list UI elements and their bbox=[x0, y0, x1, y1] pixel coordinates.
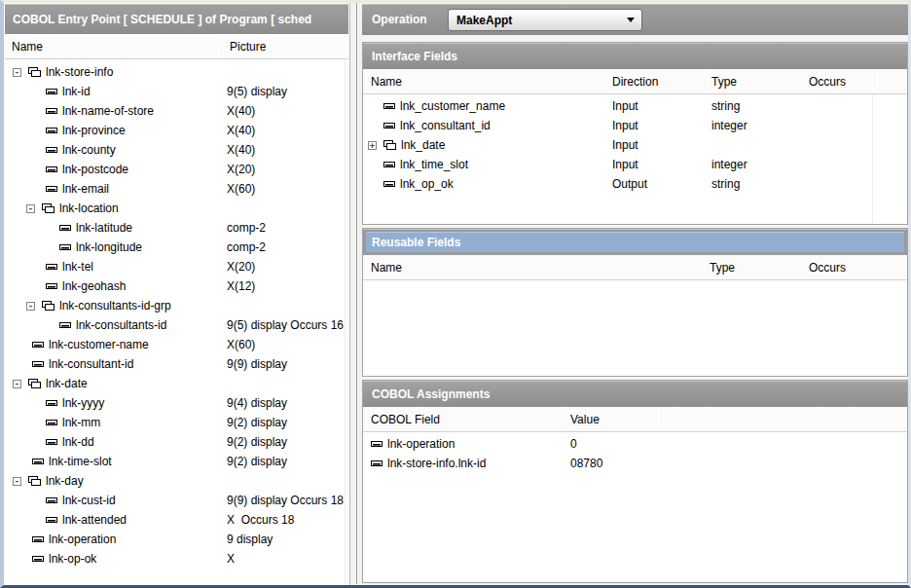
expander-spacer bbox=[26, 189, 46, 190]
cobol-assignment-row[interactable]: lnk-operation0 bbox=[363, 434, 907, 454]
field-icon bbox=[32, 535, 45, 543]
column-header-name[interactable]: Name bbox=[371, 261, 402, 275]
tree-row[interactable]: lnk-countyX(40) bbox=[5, 140, 348, 160]
interface-fields-section: Interface Fields Name Direction Type Occ… bbox=[362, 42, 908, 225]
tree-row[interactable]: lnk-longitudecomp-2 bbox=[5, 238, 348, 257]
field-name: lnk-location bbox=[59, 202, 119, 215]
interface-field-row[interactable]: lnk_op_okOutputstring bbox=[363, 174, 907, 194]
column-header-cobol-field[interactable]: COBOL Field bbox=[371, 413, 440, 426]
expand-collapse-icon[interactable]: - bbox=[13, 68, 21, 77]
expander-spacer bbox=[26, 286, 46, 287]
cobol-field-name: lnk-operation bbox=[387, 437, 455, 451]
field-icon bbox=[383, 102, 396, 110]
tree-row[interactable]: lnk-consultants-id9(5) display Occurs 16 bbox=[5, 315, 348, 335]
column-header-type[interactable]: Type bbox=[710, 261, 735, 275]
tree-row[interactable]: lnk-latitudecomp-2 bbox=[5, 218, 348, 238]
tree-row[interactable]: lnk-time-slot9(2) display bbox=[5, 452, 348, 471]
operation-selected-value: MakeAppt bbox=[456, 14, 512, 27]
operation-bar: Operation MakeAppt bbox=[362, 4, 908, 35]
tree-row[interactable]: lnk-mm9(2) display bbox=[5, 413, 348, 432]
column-header-value[interactable]: Value bbox=[570, 413, 600, 426]
column-header-name[interactable]: Name bbox=[12, 40, 43, 54]
column-divider[interactable] bbox=[804, 257, 805, 277]
tree-row[interactable]: lnk-name-of-storeX(40) bbox=[5, 101, 348, 121]
column-divider[interactable] bbox=[565, 409, 566, 429]
field-icon bbox=[46, 185, 58, 193]
tree-row[interactable]: -lnk-consultants-id-grp bbox=[5, 296, 348, 315]
cobol-assignment-row[interactable]: lnk-store-info.lnk-id08780 bbox=[363, 454, 907, 473]
operation-dropdown[interactable]: MakeAppt bbox=[448, 9, 642, 31]
cobol-assignments-section: COBOL Assignments COBOL Field Value lnk-… bbox=[362, 380, 908, 583]
field-direction: Input bbox=[612, 119, 638, 132]
column-divider[interactable] bbox=[872, 71, 873, 92]
column-divider[interactable] bbox=[708, 71, 709, 92]
column-header-name[interactable]: Name bbox=[371, 75, 402, 89]
tree-row[interactable]: lnk-operation9 display bbox=[5, 530, 348, 549]
tree-row[interactable]: lnk-provinceX(40) bbox=[5, 121, 348, 140]
tree-row[interactable]: -lnk-location bbox=[5, 199, 348, 218]
field-name: lnk_customer_name bbox=[400, 99, 505, 113]
tree-row[interactable]: lnk-geohashX(12) bbox=[5, 276, 348, 296]
expand-collapse-icon[interactable]: - bbox=[13, 477, 21, 486]
field-name: lnk-county bbox=[62, 143, 116, 157]
expand-collapse-icon[interactable]: + bbox=[368, 141, 377, 150]
field-name: lnk-tel bbox=[62, 260, 93, 274]
field-name: lnk-geohash bbox=[62, 279, 126, 293]
tree-row[interactable]: lnk-emailX(60) bbox=[5, 179, 348, 199]
expand-collapse-icon[interactable]: - bbox=[26, 204, 35, 213]
column-divider[interactable] bbox=[805, 71, 806, 92]
interface-field-row[interactable]: lnk_consultant_idInputinteger bbox=[363, 116, 907, 135]
column-divider[interactable] bbox=[704, 257, 705, 277]
expander-spacer bbox=[26, 267, 46, 268]
field-picture: 9(2) display bbox=[227, 416, 287, 429]
column-divider[interactable] bbox=[606, 71, 607, 92]
tree-row[interactable]: lnk-customer-nameX(60) bbox=[5, 335, 348, 354]
field-picture: X bbox=[227, 552, 235, 566]
tree-row[interactable]: lnk-dd9(2) display bbox=[5, 432, 348, 452]
field-picture: X(60) bbox=[227, 338, 255, 351]
tree-row[interactable]: lnk-telX(20) bbox=[5, 257, 348, 276]
reusable-fields-title: Reusable Fields bbox=[372, 236, 460, 249]
expander-spacer bbox=[376, 165, 383, 165]
group-field-icon bbox=[41, 300, 55, 312]
interface-field-row[interactable]: lnk_time_slotInputinteger bbox=[363, 155, 907, 174]
expander-spacer bbox=[26, 403, 46, 404]
column-header-picture[interactable]: Picture bbox=[230, 40, 266, 54]
tree-row[interactable]: -lnk-day bbox=[5, 471, 348, 491]
field-icon bbox=[371, 440, 383, 448]
expander-spacer bbox=[40, 247, 59, 248]
tree-row[interactable]: lnk-postcodeX(20) bbox=[5, 160, 348, 179]
interface-field-row[interactable]: lnk_customer_nameInputstring bbox=[363, 96, 907, 116]
reusable-fields-list bbox=[363, 280, 907, 370]
cobol-assignments-column-header: COBOL Field Value bbox=[363, 407, 907, 432]
tree-row[interactable]: lnk-attendedX Occurs 18 bbox=[5, 510, 348, 530]
expander-spacer bbox=[376, 184, 383, 185]
tree-row[interactable]: -lnk-store-info bbox=[5, 62, 348, 82]
column-divider[interactable] bbox=[223, 37, 224, 56]
tree-row[interactable]: lnk-id9(5) display bbox=[5, 82, 348, 101]
tree-row[interactable]: lnk-op-okX bbox=[5, 549, 348, 569]
field-name: lnk-id bbox=[62, 85, 91, 98]
column-header-direction[interactable]: Direction bbox=[612, 75, 658, 89]
expand-collapse-icon[interactable]: - bbox=[13, 380, 21, 388]
field-icon bbox=[46, 438, 58, 446]
expand-collapse-icon[interactable]: - bbox=[26, 302, 35, 311]
column-divider[interactable] bbox=[663, 409, 664, 429]
interface-field-row[interactable]: +lnk_dateInput bbox=[363, 135, 907, 155]
dropdown-arrow-icon[interactable] bbox=[627, 18, 635, 22]
tree-row[interactable]: lnk-cust-id9(9) display Occurs 18 bbox=[5, 491, 348, 510]
tree-row[interactable]: lnk-yyyy9(4) display bbox=[5, 393, 348, 413]
field-icon bbox=[32, 341, 45, 349]
field-icon bbox=[32, 458, 45, 465]
field-picture: comp-2 bbox=[227, 221, 266, 235]
column-divider[interactable] bbox=[882, 257, 883, 277]
tree-row[interactable]: -lnk-date bbox=[5, 374, 348, 393]
field-picture: X(40) bbox=[227, 124, 255, 137]
column-divider[interactable] bbox=[345, 37, 346, 56]
panel-splitter[interactable] bbox=[350, 3, 362, 585]
cobol-assignments-title: COBOL Assignments bbox=[372, 387, 490, 401]
column-header-type[interactable]: Type bbox=[711, 75, 737, 89]
tree-row[interactable]: lnk-consultant-id9(9) display bbox=[5, 354, 348, 374]
column-header-occurs[interactable]: Occurs bbox=[809, 261, 846, 275]
column-header-occurs[interactable]: Occurs bbox=[809, 75, 846, 89]
